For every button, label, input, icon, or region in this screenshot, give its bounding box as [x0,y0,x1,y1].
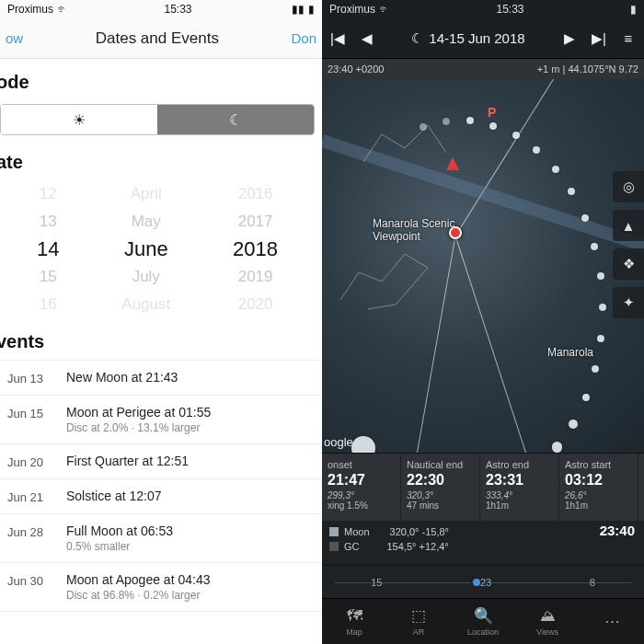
p-marker: P [488,105,496,120]
sky-map[interactable]: P Manarola Scenic Viewpoint Manarola oog… [322,79,644,453]
tab-bar: 🗺Map ⬚AR 🔍Location ⛰Views ⋯ [322,598,644,644]
map-tools: ◎ ▲ ❖ ✦ [613,171,644,318]
clock-label: 15:33 [165,3,192,16]
event-row[interactable]: Jun 30 Moon at Apogee at 04:43Disc at 96… [0,563,322,612]
events-heading: vents [0,318,322,360]
moon-swatch-icon [329,527,339,536]
poi-label: Manarola [547,346,593,359]
next-button[interactable]: ▶ [559,30,580,47]
twilight-cards[interactable]: onset 21:47 299,3° xing 1.5% Nautical en… [322,453,644,521]
mode-heading: ode [0,59,322,100]
moon-position-dot [552,442,562,452]
moon-position-dot [569,420,578,429]
status-bar: Proximus ᯤ 15:33 ▮▮ ▮ [0,0,322,18]
legend-moon-label: Moon [344,526,370,537]
wifi-icon: ᯤ [379,3,390,16]
tab-more[interactable]: ⋯ [580,599,644,644]
sun-icon: ☀ [73,111,86,129]
tool-layers-icon[interactable]: ❖ [613,248,644,280]
coordinates-label: +1 m | 44.1075°N 9.72 [537,63,638,75]
battery-icon: ▮ [308,3,315,16]
moon-position-dot [581,214,589,222]
last-button[interactable]: ▶| [589,30,609,47]
twilight-card[interactable]: Nautical end 22:30 320,3° 47 mins [401,454,480,521]
day-column[interactable]: 12 13 14 15 16 [37,186,59,313]
legend-gc-value: 154,5° +12,4° [387,541,449,552]
moon-position-dot [597,335,604,342]
date-heading: ate [0,139,322,180]
signal-icon: ▮▮ [292,3,305,16]
more-icon: ⋯ [604,612,620,631]
moon-position-dot [568,188,575,195]
moon-position-dot [591,243,598,250]
tool-satellite-icon[interactable]: ✦ [613,287,644,318]
tab-location[interactable]: 🔍Location [451,599,515,644]
moon-position-dot [582,394,590,401]
constellation-icon [359,107,451,180]
tab-views[interactable]: ⛰Views [515,599,580,644]
views-icon: ⛰ [540,607,556,626]
cube-icon: ⬚ [411,606,426,626]
ray-line [455,236,530,453]
twilight-card[interactable]: Naut [638,454,644,521]
date-nav-bar: |◀ ◀ ☾ 14-15 Jun 2018 ▶ ▶| ≡ [322,18,644,59]
moon-position-dot [599,304,606,311]
mode-sun-tab[interactable]: ☀ [1,105,157,134]
twilight-card[interactable]: Astro end 23:31 333,4° 1h1m [480,454,559,521]
carrier-label: Proximus [7,3,53,16]
tool-mountain-icon[interactable]: ▲ [613,210,644,241]
legend-moon-value: 320,0° -15,8° [390,526,449,537]
mode-moon-tab[interactable]: ☾ [157,105,314,134]
date-picker[interactable]: 12 13 14 15 16 April May June July Augus… [0,180,322,318]
prev-button[interactable]: ◀ [357,30,377,47]
tab-map[interactable]: 🗺Map [322,599,386,644]
wifi-icon: ᯤ [57,3,68,16]
year-column[interactable]: 2016 2017 2018 2019 2020 [233,186,278,313]
gc-swatch-icon [329,542,339,551]
event-row[interactable]: Jun 13 New Moon at 21:43 [0,361,322,396]
back-button[interactable]: ow [6,30,23,46]
moon-position-dot [552,166,559,173]
mode-segmented-control: ☀ ☾ [0,104,315,135]
event-row[interactable]: Jun 20 First Quarter at 12:51 [0,444,322,479]
moon-position-dot [533,146,540,154]
direction-arrow-icon [446,157,459,170]
time-offset-label: 23:40 +0200 [328,63,384,75]
selected-time: 23:40 [600,523,635,538]
moon-position-dot [512,132,520,139]
twilight-card[interactable]: Astro start 03:12 26,6° 1h1m [559,454,638,521]
tool-target-icon[interactable]: ◎ [613,171,644,202]
month-column[interactable]: April May June July August [121,186,170,313]
search-icon: 🔍 [474,606,493,626]
battery-icon: ▮ [630,3,637,16]
status-bar: Proximus ᯤ 15:33 ▮ [322,0,644,18]
twilight-card[interactable]: onset 21:47 299,3° xing 1.5% [322,454,401,521]
done-button[interactable]: Don [291,30,316,46]
event-row[interactable]: Jun 15 Moon at Perigee at 01:55Disc at 2… [0,396,322,444]
moon-position-dot [420,123,427,131]
map-icon: 🗺 [347,607,362,626]
google-attribution: oogle [324,435,353,449]
sky-map-pane: Proximus ᯤ 15:33 ▮ |◀ ◀ ☾ 14-15 Jun 2018… [322,0,644,644]
carrier-label: Proximus [329,3,375,16]
moon-position-dot [592,365,599,373]
nav-bar: ow Dates and Events Don [0,18,322,59]
events-list: Jun 13 New Moon at 21:43 Jun 15 Moon at … [0,360,322,612]
moon-position-dot [597,272,604,280]
tab-ar[interactable]: ⬚AR [386,599,451,644]
date-display[interactable]: ☾ 14-15 Jun 2018 [386,30,550,47]
moon-position-dot [489,122,497,130]
moon-icon: ☾ [229,111,242,129]
info-bar: 23:40 +0200 +1 m | 44.1075°N 9.72 [322,59,644,79]
clock-label: 15:33 [497,3,524,16]
moon-icon: ☾ [411,30,423,47]
first-button[interactable]: |◀ [328,30,348,47]
dates-events-pane: Proximus ᯤ 15:33 ▮▮ ▮ ow Dates and Event… [0,0,322,644]
time-slider[interactable]: 15 23 8 [322,565,644,598]
poi-label: Manarola Scenic Viewpoint [373,217,454,243]
event-row[interactable]: Jun 21 Solstice at 12:07 [0,479,322,514]
menu-button[interactable]: ≡ [618,30,638,46]
moon-position-dot [466,117,474,124]
moon-position-dot [351,436,375,453]
event-row[interactable]: Jun 28 Full Moon at 06:530.5% smaller [0,514,322,563]
